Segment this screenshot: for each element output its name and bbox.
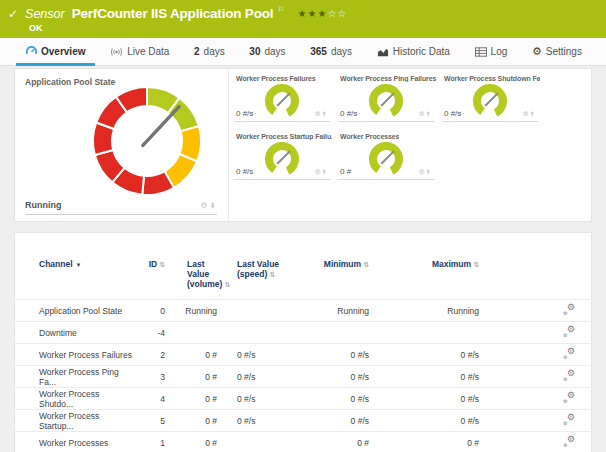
- column-header-actions: [487, 233, 593, 300]
- column-header-channel[interactable]: Channel▼: [15, 233, 135, 300]
- pin-icon[interactable]: ⇟: [530, 110, 536, 117]
- cell-minimum: 0 #/s: [301, 410, 377, 432]
- pin-icon[interactable]: ⇟: [209, 201, 218, 210]
- cell-maximum: Running: [377, 300, 487, 322]
- live-signal-icon: [110, 47, 123, 57]
- cell-last-value-speed: [221, 432, 301, 452]
- cell-minimum: 0 #/s: [301, 388, 377, 410]
- gauge-title: Worker Process Failures: [236, 75, 316, 82]
- gauge-value: 0 #/s: [340, 109, 357, 118]
- stars-filled[interactable]: ★★★: [297, 8, 327, 19]
- gear-icon[interactable]: ⚙: [200, 201, 209, 210]
- cell-maximum: 0 #/s: [377, 410, 487, 432]
- tab-30-days[interactable]: 30 days: [239, 38, 295, 65]
- tab-log[interactable]: Log: [465, 38, 518, 65]
- sort-icon: ⇅: [224, 281, 230, 288]
- mini-gauge: [261, 140, 303, 180]
- mini-gauge-grid: Worker Process Failures 0 #/s ⚙⇟ Worker …: [230, 69, 591, 221]
- divider: [234, 179, 330, 180]
- tab-label: Live Data: [127, 46, 169, 57]
- cell-id: -4: [135, 322, 171, 344]
- column-header-maximum[interactable]: Maximum⇅: [377, 233, 487, 300]
- gauge-title: Worker Process Startup Failu...: [236, 133, 332, 140]
- application-pool-state-gauge-tile: Application Pool State Running ⚙⇟: [15, 69, 229, 221]
- table-row: Application Pool State 0 Running Running…: [15, 300, 593, 322]
- cell-id: 1: [135, 432, 171, 452]
- gear-icon[interactable]: ⚙: [523, 110, 530, 117]
- flag-icon[interactable]: ⚐: [277, 5, 284, 14]
- cell-minimum: 0 #: [301, 432, 377, 452]
- prtg-sensor-page: ✓ Sensor PerfCounter IIS Application Poo…: [0, 0, 606, 452]
- channel-settings-icon[interactable]: ⚙⚙: [563, 304, 575, 315]
- divider: [25, 214, 217, 215]
- pin-icon[interactable]: ⇟: [426, 110, 432, 117]
- gauge-footer-icons: ⚙⇟: [315, 168, 328, 176]
- channel-table: Channel▼ ID⇅ Last Value (volume)⇅ Last V…: [15, 233, 593, 452]
- cell-last-value-volume: 0 #: [171, 366, 221, 388]
- column-header-last-value-speed[interactable]: Last Value (speed)⇅: [221, 233, 301, 300]
- cell-minimum: 0 #/s: [301, 344, 377, 366]
- tab-label: days: [264, 46, 285, 57]
- sort-icon: ⇅: [363, 261, 369, 268]
- gear-icon[interactable]: ⚙: [315, 168, 322, 175]
- mini-gauge: [365, 140, 407, 180]
- tab-live-data[interactable]: Live Data: [100, 38, 179, 65]
- cell-id: 3: [135, 366, 171, 388]
- divider: [234, 121, 330, 122]
- cell-last-value-speed: 0 #/s: [221, 410, 301, 432]
- gauge-value: 0 #/s: [236, 167, 253, 176]
- cell-channel: Application Pool State: [15, 300, 135, 322]
- gauge-value: 0 #/s: [444, 109, 461, 118]
- mini-gauge-tile-worker-process-shutdown-failures: Worker Process Shutdown Fa... 0 #/s ⚙⇟: [440, 71, 540, 127]
- tab-settings[interactable]: ⚙ Settings: [522, 38, 592, 65]
- pin-icon[interactable]: ⇟: [426, 168, 432, 175]
- tab-label: Log: [491, 46, 508, 57]
- column-header-minimum[interactable]: Minimum⇅: [301, 233, 377, 300]
- tab-historic-data[interactable]: Historic Data: [367, 38, 460, 65]
- application-pool-state-gauge: [89, 83, 205, 199]
- cell-id: 0: [135, 300, 171, 322]
- sort-icon: ⇅: [269, 271, 275, 278]
- cell-maximum: 0 #: [377, 432, 487, 452]
- cell-last-value-volume: 0 #: [171, 432, 221, 452]
- tab-number: 30: [249, 46, 260, 57]
- table-row: Worker Process Ping Fa... 3 0 # 0 #/s 0 …: [15, 366, 593, 388]
- gauge-value: Running: [25, 200, 62, 210]
- channel-settings-icon[interactable]: ⚙⚙: [563, 370, 575, 381]
- tab-overview[interactable]: Overview: [16, 38, 95, 65]
- channel-settings-icon[interactable]: ⚙⚙: [563, 414, 575, 425]
- pin-icon[interactable]: ⇟: [322, 168, 328, 175]
- mini-gauge-tile-worker-process-ping-failures: Worker Process Ping Failures 0 #/s ⚙⇟: [336, 71, 436, 127]
- column-header-last-value-volume[interactable]: Last Value (volume)⇅: [171, 233, 221, 300]
- priority-stars[interactable]: ★★★☆☆: [297, 8, 347, 19]
- tab-number: 365: [310, 46, 327, 57]
- column-header-id[interactable]: ID⇅: [135, 233, 171, 300]
- tab-365-days[interactable]: 365 days: [300, 38, 362, 65]
- cell-maximum: 0 #/s: [377, 344, 487, 366]
- cell-last-value-speed: [221, 300, 301, 322]
- channel-settings-icon[interactable]: ⚙⚙: [563, 436, 575, 447]
- gear-icon[interactable]: ⚙: [315, 110, 322, 117]
- channel-settings-icon[interactable]: ⚙⚙: [563, 326, 575, 337]
- log-table-icon: [475, 47, 487, 57]
- table-row: Worker Process Failures 2 0 # 0 #/s 0 #/…: [15, 344, 593, 366]
- table-header-row: Channel▼ ID⇅ Last Value (volume)⇅ Last V…: [15, 233, 593, 300]
- overview-gauges-panel: Application Pool State Running ⚙⇟ Worker…: [14, 68, 592, 222]
- tab-2-days[interactable]: 2 days: [184, 38, 235, 65]
- channel-settings-icon[interactable]: ⚙⚙: [563, 348, 575, 359]
- stars-empty[interactable]: ☆☆: [327, 8, 347, 19]
- tab-label: Settings: [546, 46, 582, 57]
- channel-settings-icon[interactable]: ⚙⚙: [563, 392, 575, 403]
- pin-icon[interactable]: ⇟: [322, 110, 328, 117]
- cell-channel: Worker Process Ping Fa...: [15, 366, 135, 388]
- tab-label: Overview: [41, 46, 85, 57]
- divider: [442, 121, 538, 122]
- gear-icon[interactable]: ⚙: [419, 110, 426, 117]
- gauge-footer-icons: ⚙⇟: [315, 110, 328, 118]
- cell-minimum: Running: [301, 300, 377, 322]
- gear-icon[interactable]: ⚙: [419, 168, 426, 175]
- cell-channel: Worker Processes: [15, 432, 135, 452]
- gauge-title: Worker Process Shutdown Fa...: [444, 75, 540, 82]
- object-kind-label: Sensor: [25, 7, 65, 21]
- tab-bar: Overview Live Data 2 days 30 days 365 da…: [0, 38, 606, 66]
